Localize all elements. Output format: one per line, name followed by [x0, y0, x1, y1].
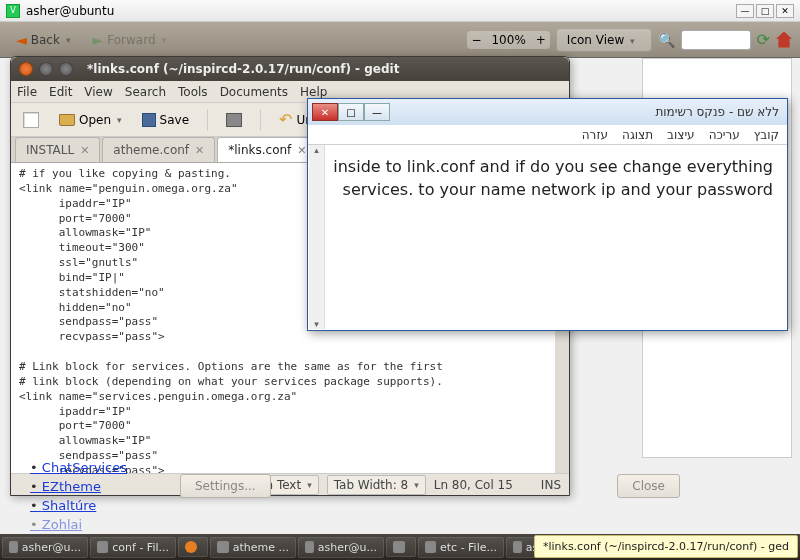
close-icon[interactable]: ✕	[195, 144, 204, 157]
taskbar-item[interactable]: asher@u...	[298, 537, 384, 558]
save-button[interactable]: Save	[136, 110, 195, 130]
search-icon[interactable]: 🔍	[658, 32, 675, 48]
window-maximize-button[interactable]	[59, 62, 73, 76]
folder-icon	[425, 541, 436, 553]
notepad-maximize-button[interactable]: □	[338, 103, 364, 121]
print-button[interactable]	[220, 110, 248, 130]
notepad-minimize-button[interactable]: —	[364, 103, 390, 121]
np-menu-format[interactable]: עיצוב	[667, 128, 695, 142]
background-links: ChatServices EZtheme Shaltúre Zohlai	[30, 460, 127, 536]
menu-file[interactable]: File	[17, 85, 37, 99]
reload-icon[interactable]: ⟳	[757, 30, 770, 49]
terminal-icon	[513, 541, 522, 553]
menu-view[interactable]: View	[84, 85, 112, 99]
new-file-button[interactable]	[17, 109, 45, 131]
taskbar-item[interactable]: atheme ...	[210, 537, 296, 558]
search-input[interactable]	[681, 30, 751, 50]
dialog-buttons: Settings... Close	[180, 474, 680, 498]
vnc-minimize-button[interactable]: —	[736, 4, 754, 18]
taskbar-item[interactable]	[386, 537, 416, 557]
notepad-textarea[interactable]: inside to link.conf and if do you see ch…	[308, 145, 787, 330]
save-icon	[142, 113, 156, 127]
tab-install[interactable]: INSTALL✕	[15, 137, 100, 162]
settings-button[interactable]: Settings...	[180, 474, 271, 498]
link-zohlai[interactable]: Zohlai	[30, 517, 127, 532]
app-icon	[393, 541, 405, 553]
link-chatservices[interactable]: ChatServices	[30, 460, 127, 475]
np-menu-help[interactable]: עזרה	[582, 128, 608, 142]
gedit-icon	[217, 541, 229, 553]
close-icon[interactable]: ✕	[80, 144, 89, 157]
close-button[interactable]: Close	[617, 474, 680, 498]
zoom-control[interactable]: −100%+	[467, 31, 549, 49]
taskbar-item[interactable]: asher@u...	[2, 537, 88, 558]
taskbar-item[interactable]	[178, 537, 208, 557]
taskbar-item[interactable]: conf - Fil...	[90, 537, 176, 558]
np-menu-file[interactable]: קובץ	[754, 128, 779, 142]
gedit-titlebar[interactable]: *links.conf (~/inspircd-2.0.17/run/conf)…	[11, 57, 569, 81]
view-mode-dropdown[interactable]: Icon View ▾	[556, 28, 652, 52]
notepad-title: ללא שם - פנקס רשימות	[655, 105, 783, 119]
menu-tools[interactable]: Tools	[178, 85, 208, 99]
window-minimize-button[interactable]	[39, 62, 53, 76]
vnc-titlebar: V asher@ubuntu — □ ✕	[0, 0, 800, 22]
tab-atheme[interactable]: atheme.conf✕	[102, 137, 215, 162]
terminal-icon	[9, 541, 18, 553]
forward-button[interactable]: ►Forward▾	[84, 28, 174, 52]
window-close-button[interactable]	[19, 62, 33, 76]
taskbar-tooltip: *links.conf (~/inspircd-2.0.17/run/conf)…	[534, 535, 798, 558]
folder-open-icon	[59, 114, 75, 126]
taskbar: asher@u... conf - Fil... atheme ... ashe…	[0, 534, 800, 560]
notepad-window: ללא שם - פנקס רשימות ✕ □ — קובץ עריכה עי…	[307, 98, 788, 331]
open-button[interactable]: Open▾	[53, 110, 128, 130]
np-menu-edit[interactable]: עריכה	[709, 128, 740, 142]
gedit-title: *links.conf (~/inspircd-2.0.17/run/conf)…	[87, 62, 399, 76]
menu-edit[interactable]: Edit	[49, 85, 72, 99]
undo-icon: ↶	[279, 110, 292, 129]
menu-search[interactable]: Search	[125, 85, 166, 99]
notepad-scrollbar[interactable]	[309, 145, 325, 329]
firefox-icon	[185, 541, 197, 553]
notepad-menubar: קובץ עריכה עיצוב תצוגה עזרה	[308, 125, 787, 145]
taskbar-item[interactable]: etc - File...	[418, 537, 504, 558]
link-eztheme[interactable]: EZtheme	[30, 479, 127, 494]
home-icon[interactable]	[776, 32, 792, 48]
notepad-close-button[interactable]: ✕	[312, 103, 338, 121]
folder-icon	[97, 541, 108, 553]
np-menu-view[interactable]: תצוגה	[622, 128, 653, 142]
notepad-titlebar[interactable]: ללא שם - פנקס רשימות ✕ □ —	[308, 99, 787, 125]
back-button[interactable]: ◄Back▾	[8, 28, 78, 52]
vnc-logo-icon: V	[6, 4, 20, 18]
link-shalture[interactable]: Shaltúre	[30, 498, 127, 513]
vnc-maximize-button[interactable]: □	[756, 4, 774, 18]
menu-help[interactable]: Help	[300, 85, 327, 99]
vnc-close-button[interactable]: ✕	[776, 4, 794, 18]
new-file-icon	[23, 112, 39, 128]
file-manager-toolbar: ◄Back▾ ►Forward▾ −100%+ Icon View ▾ 🔍 ⟳	[0, 22, 800, 58]
tab-links[interactable]: *links.conf✕	[217, 137, 317, 162]
close-icon[interactable]: ✕	[297, 144, 306, 157]
terminal-icon	[305, 541, 314, 553]
vnc-title: asher@ubuntu	[26, 4, 114, 18]
menu-documents[interactable]: Documents	[220, 85, 288, 99]
print-icon	[226, 113, 242, 127]
